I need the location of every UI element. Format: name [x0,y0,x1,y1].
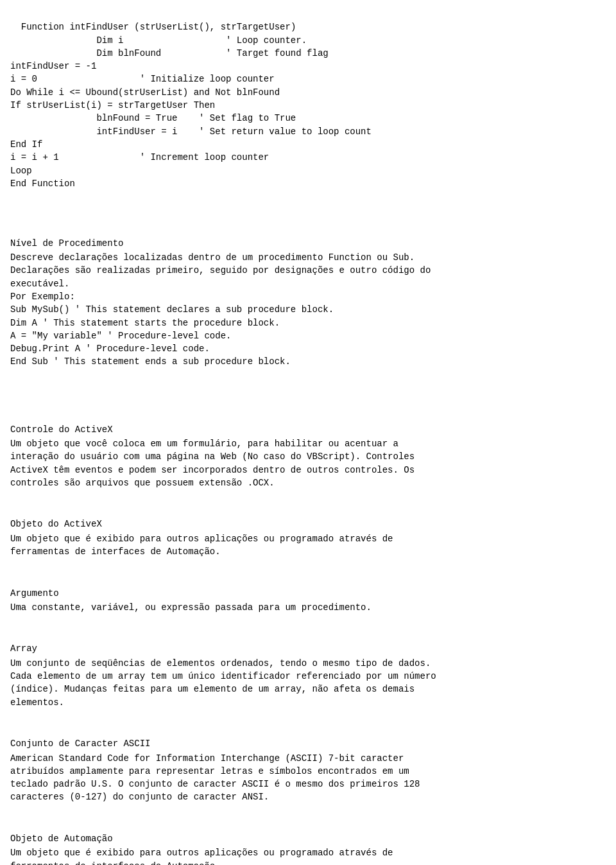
code-line-8: blnFound = True ' Set flag to True [10,113,296,123]
code-line-7: If strUserList(i) = strTargetUser Then [10,100,215,110]
code-line-13: End Function [10,179,75,189]
activex-object-section: Objeto do ActiveXUm objeto que é exibido… [10,505,606,558]
code-line-2: Dim i ' Loop counter. [10,35,307,46]
procedure-level-section: Nível de ProcedimentoDescreve declaraçõe… [10,223,606,368]
code-line-1: Function intFindUser (strUserList(), str… [21,22,296,32]
activex-object-title: Objeto do ActiveX [10,518,606,530]
activex-object-body: Um objeto que é exibido para outros apli… [10,532,606,559]
code-line-12: Loop [10,166,32,176]
automation-object-body: Um objeto que é exibido para outros apli… [10,846,606,865]
ascii-section: Conjunto de Caracter ASCIIAmerican Stand… [10,724,606,804]
ascii-body: American Standard Code for Information I… [10,752,606,804]
code-line-3: Dim blnFound ' Target found flag [10,48,329,58]
activex-control-body: Um objeto que você coloca em um formulár… [10,437,606,489]
code-line-4: intFindUser = -1 [10,61,96,71]
ascii-title: Conjunto de Caracter ASCII [10,737,606,750]
argument-title: Argumento [10,587,606,600]
activex-control-section: Controle do ActiveXUm objeto que você co… [10,410,606,489]
argument-section: ArgumentoUma constante, variável, ou exp… [10,573,606,614]
code-line-6: Do While i <= Ubound(strUserList) and No… [10,87,280,98]
code-line-5: i = 0 ' Initialize loop counter [10,74,275,84]
array-section: ArrayUm conjunto de seqüências de elemen… [10,629,606,709]
code-line-9: intFindUser = i ' Set return value to lo… [10,127,372,137]
procedure-level-title: Nível de Procedimento [10,237,606,250]
code-line-10: End If [10,139,42,150]
activex-control-title: Controle do ActiveX [10,423,606,436]
array-body: Um conjunto de seqüências de elementos o… [10,657,606,709]
array-title: Array [10,642,606,655]
argument-body: Uma constante, variável, ou expressão pa… [10,601,606,614]
automation-object-section: Objeto de AutomaçãoUm objeto que é exibi… [10,819,606,865]
procedure-level-body: Descreve declarações localizadas dentro … [10,251,606,369]
automation-object-title: Objeto de Automação [10,832,606,845]
code-block: Function intFindUser (strUserList(), str… [10,8,606,190]
code-line-11: i = i + 1 ' Increment loop counter [10,152,269,162]
